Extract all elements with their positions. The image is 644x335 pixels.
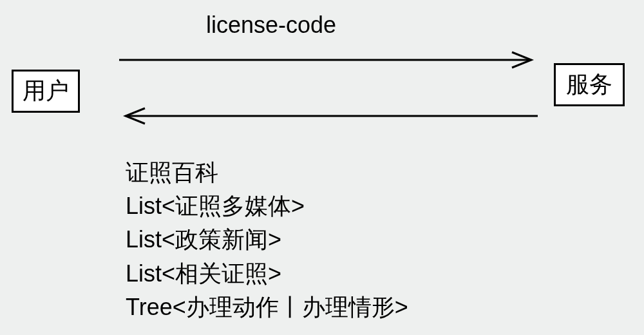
response-item: 证照百科 [126, 156, 408, 189]
response-item: List<证照多媒体> [126, 189, 408, 223]
response-item: List<政策新闻> [126, 223, 408, 256]
request-label: license-code [206, 12, 336, 39]
service-box-label: 服务 [566, 71, 612, 97]
response-list: 证照百科 List<证照多媒体> List<政策新闻> List<相关证照> T… [126, 156, 408, 324]
request-arrow-icon [119, 50, 538, 70]
user-box-label: 用户 [23, 77, 69, 104]
response-arrow-icon [119, 106, 538, 126]
user-box: 用户 [12, 70, 80, 113]
service-box: 服务 [554, 63, 625, 106]
response-item: Tree<办理动作丨办理情形> [126, 291, 408, 324]
response-item: List<相关证照> [126, 257, 408, 291]
